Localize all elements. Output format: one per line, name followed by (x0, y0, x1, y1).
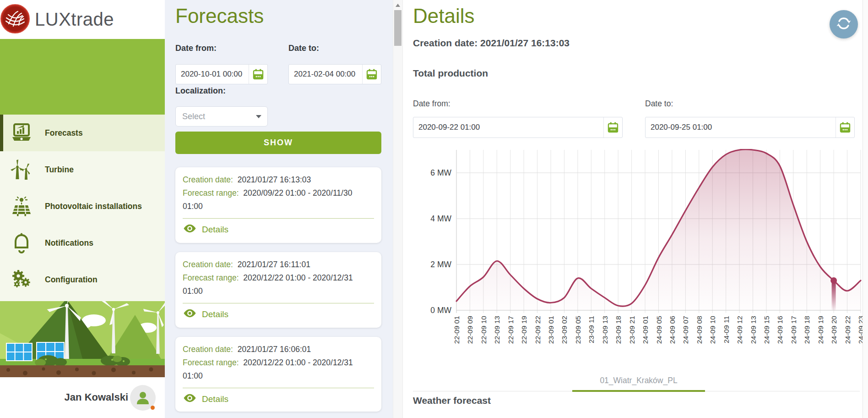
creation-date-value: 2021/01/27 16:06:01 (238, 345, 311, 354)
svg-text:0 MW: 0 MW (430, 306, 451, 315)
show-button[interactable]: SHOW (175, 132, 381, 154)
creation-date-value: 2021/01/27 16:13:03 (238, 175, 311, 184)
details-scrollbar[interactable] (863, 0, 868, 418)
sidebar-item-label: Notifications (45, 238, 93, 248)
wind-turbine-icon (10, 159, 33, 180)
creation-date-label: Creation date: (183, 345, 233, 354)
svg-text:23-09 13: 23-09 13 (601, 316, 609, 344)
eye-icon (183, 308, 197, 320)
card-divider (183, 218, 374, 219)
svg-text:24-09 12: 24-09 12 (736, 316, 743, 344)
forecast-range-label: Forecast range: (183, 188, 239, 198)
sidebar-item-configuration[interactable]: Configuration (0, 261, 165, 298)
sidebar-item-forecasts[interactable]: Forecasts (0, 115, 165, 151)
date-from-value[interactable]: 2020-09-22 01:00 (413, 123, 603, 132)
active-tab-underline (572, 390, 705, 392)
scroll-up-icon[interactable] (396, 4, 400, 7)
chevron-down-icon (256, 115, 261, 118)
details-link-label[interactable]: Details (202, 394, 228, 404)
calendar-icon[interactable] (249, 68, 267, 80)
svg-text:24-09 08: 24-09 08 (695, 316, 703, 344)
select-placeholder: Select (176, 112, 256, 121)
scrollbar-thumb[interactable] (394, 10, 401, 46)
tab-wiatr-krakow[interactable]: 01_Wiatr_Kraków_PL (572, 376, 705, 385)
date-to-value[interactable]: 2021-02-04 00:00 (289, 70, 362, 79)
forecast-card[interactable]: Creation date: 2021/01/27 16:11:01 Forec… (175, 252, 381, 328)
svg-text:24-09 19: 24-09 19 (817, 316, 825, 344)
svg-text:24-09 22: 24-09 22 (844, 316, 852, 344)
details-link[interactable]: Details (183, 224, 374, 236)
svg-text:24-09 11: 24-09 11 (722, 316, 730, 343)
calendar-icon[interactable] (604, 121, 622, 133)
svg-text:24-09 10: 24-09 10 (709, 316, 716, 344)
user-name: Jan Kowalski (65, 391, 128, 403)
svg-text:24-09 01: 24-09 01 (641, 316, 649, 344)
sidebar-item-label: Configuration (45, 275, 98, 285)
localization-label: Localization: (175, 86, 226, 96)
creation-date-label: Creation date: (183, 175, 233, 184)
svg-text:22-09 09: 22-09 09 (466, 316, 474, 344)
forecasts-scrollbar[interactable] (393, 0, 403, 418)
svg-text:22-09 19: 22-09 19 (520, 316, 528, 344)
svg-text:22-09 10: 22-09 10 (480, 316, 488, 344)
svg-text:23-09 01: 23-09 01 (547, 316, 555, 344)
eco-landscape-illustration (0, 301, 165, 377)
svg-text:24-09 18: 24-09 18 (803, 316, 811, 344)
svg-text:22-09 22: 22-09 22 (534, 316, 542, 344)
date-from-input[interactable]: 2020-10-01 00:00 (175, 64, 268, 84)
calendar-icon[interactable] (363, 68, 381, 80)
svg-text:2 MW: 2 MW (430, 260, 451, 269)
details-link-label[interactable]: Details (202, 225, 228, 235)
eye-icon (183, 393, 197, 405)
forecast-card[interactable]: Creation date: 2021/01/27 16:13:03 Forec… (175, 167, 381, 243)
date-to-input[interactable]: 2021-02-04 00:00 (288, 64, 381, 84)
sidebar-green-band (0, 39, 165, 115)
details-creation-date: Creation date: 2021/01/27 16:13:03 (413, 38, 570, 49)
card-divider (183, 303, 374, 303)
sidebar: LUXtrade Forecasts (0, 0, 165, 418)
calendar-icon[interactable] (836, 121, 854, 133)
svg-text:24-09 07: 24-09 07 (682, 316, 689, 344)
date-to-input[interactable]: 2020-09-25 01:00 (645, 117, 855, 138)
date-from-input[interactable]: 2020-09-22 01:00 (413, 117, 623, 138)
total-production-title: Total production (413, 68, 488, 79)
refresh-button[interactable] (830, 10, 858, 38)
svg-text:24-09 13: 24-09 13 (749, 316, 757, 344)
details-link[interactable]: Details (183, 393, 374, 405)
date-to-value[interactable]: 2020-09-25 01:00 (646, 123, 835, 132)
luxtrade-globe-logo-icon (0, 4, 30, 36)
solar-panel-icon (10, 196, 33, 217)
details-link[interactable]: Details (183, 308, 374, 320)
svg-text:24-09 17: 24-09 17 (790, 316, 797, 344)
app-window: LUXtrade Forecasts (0, 0, 868, 418)
forecasts-title: Forecasts (175, 5, 264, 28)
avatar[interactable] (130, 385, 156, 411)
laptop-chart-icon (10, 123, 33, 143)
localization-select[interactable]: Select (175, 106, 268, 126)
production-chart[interactable]: 0 MW2 MW4 MW6 MW22-09 0122-09 0922-09 10… (412, 149, 866, 362)
svg-text:23-09 11: 23-09 11 (587, 316, 595, 343)
svg-text:24-09 06: 24-09 06 (668, 316, 676, 344)
sidebar-item-turbine[interactable]: Turbine (0, 151, 165, 188)
svg-text:24-09 15: 24-09 15 (763, 316, 770, 344)
svg-text:23-09 18: 23-09 18 (614, 316, 622, 344)
weather-forecast-title: Weather forecast (413, 395, 491, 406)
details-link-label[interactable]: Details (202, 309, 228, 319)
sidebar-item-notifications[interactable]: Notifications (0, 225, 165, 261)
logo-area: LUXtrade (0, 0, 165, 39)
sidebar-item-label: Turbine (45, 165, 74, 175)
details-title: Details (413, 5, 475, 28)
date-from-value[interactable]: 2020-10-01 00:00 (176, 70, 249, 79)
svg-text:23-09 02: 23-09 02 (560, 316, 568, 344)
forecast-range-label: Forecast range: (183, 273, 239, 282)
svg-text:6 MW: 6 MW (430, 168, 451, 177)
gears-icon (10, 269, 33, 290)
svg-text:4 MW: 4 MW (430, 214, 451, 223)
forecast-card[interactable]: Creation date: 2021/01/27 16:06:01 Forec… (175, 337, 381, 412)
sidebar-footer: Jan Kowalski (0, 377, 165, 418)
sidebar-item-photovoltaic[interactable]: Photovoltaic installations (0, 188, 165, 225)
card-divider (183, 388, 374, 388)
date-to-label: Date to: (645, 99, 673, 109)
svg-text:22-09 13: 22-09 13 (493, 316, 501, 344)
svg-text:23-09 05: 23-09 05 (574, 316, 582, 344)
